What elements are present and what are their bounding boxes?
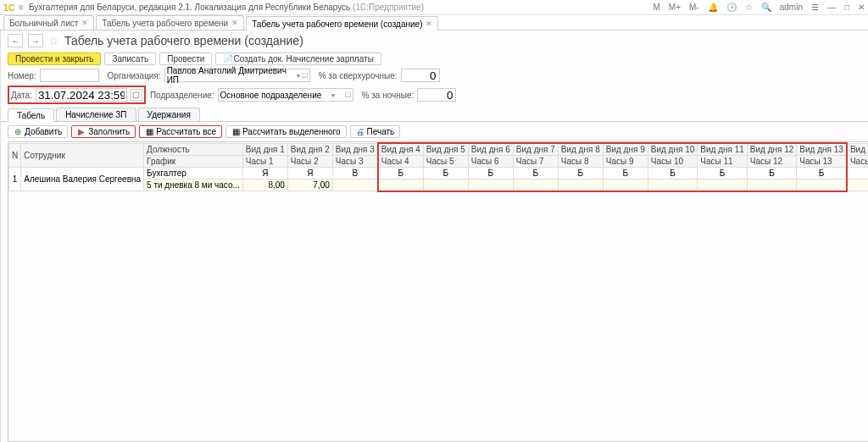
th-daytype: Вид дня 5 (423, 143, 468, 156)
star-icon[interactable]: ☆ (745, 3, 753, 12)
close-icon[interactable]: ✕ (858, 3, 865, 12)
cell-hours[interactable] (747, 180, 797, 191)
fill-button[interactable]: ▶Заполнить (71, 125, 136, 138)
th-hours: Часы 9 (603, 156, 648, 168)
th-n: N (9, 143, 21, 168)
cell-daytype[interactable]: Б (747, 168, 797, 180)
menu-icon[interactable]: ≡ (19, 3, 24, 12)
tab-close-icon[interactable]: ✕ (426, 19, 432, 28)
page-tab[interactable]: Табель учета рабочего времени✕ (96, 15, 244, 30)
forward-button[interactable]: → (28, 34, 43, 47)
number-label: Номер: (8, 71, 36, 80)
th-pos: Должность (144, 143, 243, 156)
highlight-date-area: Дата: ☐ (8, 86, 146, 104)
cell-hours[interactable] (648, 180, 698, 191)
create-doc-button[interactable]: 📄Создать док. Начисление зарплаты (215, 52, 381, 65)
cell-hours[interactable] (698, 180, 748, 191)
cell-hours[interactable] (513, 180, 558, 191)
cell-daytype[interactable]: Б (468, 168, 513, 180)
date-input[interactable] (36, 88, 127, 102)
cell-daytype[interactable]: Б (378, 168, 423, 180)
dept-label: Подразделение: (150, 91, 214, 100)
cell-hours[interactable] (378, 180, 423, 191)
tab-tabel[interactable]: Табель (8, 108, 54, 122)
overtime-label: % за сверхурочные: (319, 71, 398, 80)
maximize-icon[interactable]: □ (844, 3, 849, 12)
th-hours: Часы 10 (648, 156, 698, 168)
page-tab[interactable]: Табель учета рабочего времени (создание)… (246, 16, 438, 30)
cell-hours[interactable] (558, 180, 603, 191)
th-hours: Часы 7 (513, 156, 558, 168)
cell-daytype[interactable]: Б (558, 168, 603, 180)
search-icon[interactable]: 🔍 (761, 3, 771, 12)
th-emp: Сотрудник (21, 143, 144, 168)
cell-hours[interactable] (332, 180, 377, 191)
post-and-close-button[interactable]: Провести и закрыть (8, 52, 101, 65)
overtime-input[interactable] (401, 69, 440, 82)
cell-daytype[interactable]: Б (423, 168, 468, 180)
cell-hours[interactable] (423, 180, 468, 191)
save-button[interactable]: Записать (104, 52, 156, 65)
cell-daytype[interactable]: Я (242, 168, 287, 180)
th-hours: Часы 8 (558, 156, 603, 168)
back-button[interactable]: ← (8, 34, 23, 47)
th-hours: Часы 14 (847, 156, 868, 168)
cell-n[interactable]: 1 (9, 168, 21, 191)
cell-daytype[interactable]: В (332, 168, 377, 180)
tab-uderzhaniya[interactable]: Удержания (138, 108, 200, 121)
page-tab[interactable]: Больничный лист✕ (3, 15, 94, 30)
tab-nachislenie[interactable]: Начисление ЗП (56, 108, 136, 121)
cell-daytype[interactable]: В (847, 168, 868, 180)
org-select[interactable]: Павлов Анатолий Дмитриевич ИП▾☐ (164, 69, 310, 82)
print-button[interactable]: 🖨Печать (350, 125, 401, 138)
number-input[interactable] (40, 69, 99, 82)
night-label: % за ночные: (362, 91, 415, 100)
user-label[interactable]: admin (780, 3, 803, 12)
cell-pos[interactable]: Бухгалтер (144, 168, 243, 180)
settings-icon[interactable]: ☰ (811, 3, 819, 12)
th-hours: Часы 2 (287, 156, 332, 168)
add-button[interactable]: ⊕Добавить (8, 125, 68, 138)
cell-hours[interactable] (468, 180, 513, 191)
calendar-icon[interactable]: ☐ (131, 89, 142, 101)
th-hours: Часы 4 (378, 156, 423, 168)
th-daytype: Вид дня 11 (698, 143, 748, 156)
th-hours: Часы 3 (332, 156, 377, 168)
cell-daytype[interactable]: Б (797, 168, 847, 180)
th-daytype: Вид дня 9 (603, 143, 648, 156)
tab-close-icon[interactable]: ✕ (231, 19, 238, 27)
mem-m[interactable]: M (654, 3, 660, 12)
th-daytype: Вид дня 8 (558, 143, 603, 156)
mem-mminus[interactable]: M- (689, 3, 699, 12)
recalc-all-button[interactable]: ▦Рассчитать все (139, 125, 222, 138)
cell-daytype[interactable]: Я (287, 168, 332, 180)
minimize-icon[interactable]: — (827, 3, 836, 12)
post-button[interactable]: Провести (159, 52, 212, 65)
cell-daytype[interactable]: Б (648, 168, 698, 180)
clock-icon[interactable]: 🕓 (726, 3, 737, 12)
cell-graph[interactable]: 5 ти дневка 8 ми часо... (144, 180, 243, 191)
th-daytype: Вид дня 2 (287, 143, 332, 156)
recalc-sel-button[interactable]: ▦Рассчитать выделенного (225, 125, 347, 138)
cell-hours[interactable]: 8,00 (242, 180, 287, 191)
bell-icon[interactable]: 🔔 (708, 3, 718, 12)
cell-hours[interactable] (603, 180, 648, 191)
favorite-icon[interactable]: ☆ (48, 34, 59, 47)
cell-hours[interactable] (847, 180, 868, 191)
night-input[interactable] (417, 88, 456, 102)
cell-emp[interactable]: Алешина Валерия Сергеевна (21, 168, 144, 191)
cell-daytype[interactable]: Б (603, 168, 648, 180)
th-daytype: Вид дня 7 (513, 143, 558, 156)
date-label: Дата: (11, 91, 32, 100)
mem-mplus[interactable]: M+ (669, 3, 681, 12)
th-hours: Часы 1 (242, 156, 287, 168)
app-logo: 1C (3, 3, 15, 13)
cell-hours[interactable] (797, 180, 847, 191)
app-title: Бухгалтерия для Беларуси, редакция 2.1. … (29, 3, 424, 12)
tab-close-icon[interactable]: ✕ (81, 19, 88, 27)
cell-hours[interactable]: 7,00 (287, 180, 332, 191)
cell-daytype[interactable]: Б (513, 168, 558, 180)
th-hours: Часы 11 (698, 156, 748, 168)
cell-daytype[interactable]: Б (698, 168, 748, 180)
dept-select[interactable]: Основное подразделение▾☐ (218, 88, 353, 102)
